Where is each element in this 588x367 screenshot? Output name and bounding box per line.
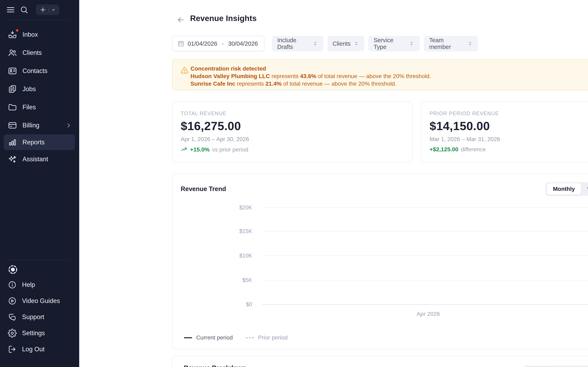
y-axis-tick: $5K: [173, 277, 252, 284]
card-delta: +$2,125.00 difference: [430, 146, 486, 153]
unread-dot: [15, 29, 19, 32]
calendar-icon: [177, 40, 184, 47]
sidebar-item-settings[interactable]: Settings: [0, 325, 79, 341]
card-period: Apr 1, 2026 – Apr 30, 2026: [181, 136, 249, 142]
gridline: [262, 256, 588, 256]
app-root: Inbox Clients Contacts Jobs: [0, 0, 588, 367]
filter-label: Team member: [429, 37, 464, 50]
granularity-toggle: Monthly Weekly Quarterly: [545, 182, 588, 196]
chevron-down-icon[interactable]: [51, 7, 56, 12]
sidebar-item-jobs[interactable]: Jobs: [0, 80, 79, 98]
back-button[interactable]: [176, 15, 186, 25]
chart-legend: Current period Prior period: [184, 334, 288, 341]
sidebar-item-video-guides[interactable]: Video Guides: [0, 293, 79, 309]
billing-icon: [8, 121, 17, 130]
trend-up-icon: [181, 146, 188, 153]
sidebar-item-label: Clients: [22, 49, 42, 57]
sidebar-item-inbox[interactable]: Inbox: [0, 25, 79, 44]
search-icon: [20, 6, 28, 14]
video-guides-icon: [8, 296, 17, 305]
brand-logo-icon[interactable]: [8, 264, 18, 275]
gridline: [262, 207, 588, 208]
x-axis-tick: Apr 2026: [262, 311, 588, 317]
sidebar-item-logout[interactable]: Log Out: [0, 341, 79, 357]
banner-line: Sunrise Cafe Inc represents 21.4% of tot…: [190, 81, 397, 87]
delta-suffix: vs prior period: [212, 146, 248, 153]
prior-period-line-swatch: [246, 337, 254, 338]
hamburger-icon: [6, 5, 15, 15]
sidebar-item-help[interactable]: Help: [0, 277, 79, 293]
settings-icon: [8, 329, 17, 338]
create-new-split-button[interactable]: [36, 4, 59, 15]
tab-monthly[interactable]: Monthly: [547, 183, 581, 195]
legend-label: Current period: [196, 334, 233, 341]
sidebar-item-label: Files: [22, 104, 36, 111]
sidebar-item-label: Inbox: [22, 31, 38, 38]
sidebar-item-assistant[interactable]: Assistant: [0, 150, 79, 168]
jobs-icon: [8, 84, 17, 94]
sidebar-item-billing[interactable]: Billing: [0, 116, 79, 134]
menu-button[interactable]: [5, 4, 16, 15]
unfold-chevrons-icon: [467, 41, 473, 47]
unfold-chevrons-icon: [312, 41, 318, 47]
y-axis-tick: $0: [173, 301, 252, 308]
filter-team-member[interactable]: Team member: [424, 36, 478, 51]
concentration-risk-banner: Concentration risk detected Hudson Valle…: [172, 59, 588, 90]
assistant-icon: [8, 155, 17, 164]
sidebar-item-label: Settings: [22, 329, 45, 337]
sidebar-item-label: Jobs: [22, 85, 36, 93]
sidebar-item-label: Log Out: [22, 346, 44, 353]
filter-label: Service Type: [374, 37, 406, 50]
sidebar-item-label: Contacts: [22, 67, 47, 75]
logout-icon: [8, 345, 17, 354]
filter-service-type[interactable]: Service Type: [368, 36, 420, 51]
baseline-gridline: [262, 304, 588, 305]
sidebar-item-files[interactable]: Files: [0, 98, 79, 116]
delta-value: +$2,125.00: [430, 146, 458, 153]
sidebar-item-label: Support: [22, 313, 44, 321]
card-amount: $16,275.00: [181, 119, 241, 133]
gridline: [262, 231, 588, 231]
sidebar-item-contacts[interactable]: Contacts: [0, 62, 79, 80]
card-label: TOTAL REVENUE: [181, 110, 227, 117]
sidebar-item-label: Reports: [22, 139, 45, 146]
inbox-icon: [8, 30, 17, 39]
card-delta: +15.0% vs prior period: [181, 146, 248, 153]
contacts-icon: [8, 66, 17, 76]
current-period-line-swatch: [184, 337, 192, 338]
search-button[interactable]: [19, 4, 29, 15]
warning-triangle-icon: [181, 66, 189, 75]
breakdown-toggle[interactable]: [524, 366, 588, 367]
unfold-chevrons-icon: [354, 41, 359, 47]
total-revenue-card: TOTAL REVENUE $16,275.00 Apr 1, 2026 – A…: [172, 101, 413, 162]
tab-weekly[interactable]: Weekly: [581, 183, 588, 195]
y-axis-tick: $15K: [173, 228, 252, 234]
filter-label: Include Drafts: [277, 37, 310, 50]
chart-title: Revenue Trend: [181, 185, 226, 193]
back-arrow-icon: [176, 15, 185, 24]
revenue-trend-card: Revenue Trend Monthly Weekly Quarterly $…: [172, 174, 588, 349]
legend-label: Prior period: [258, 334, 288, 341]
sidebar-item-clients[interactable]: Clients: [0, 44, 79, 62]
plus-icon: [39, 6, 47, 13]
sidebar-item-reports[interactable]: Reports: [4, 134, 75, 150]
filter-include-drafts[interactable]: Include Drafts: [272, 36, 323, 51]
date-separator: -: [222, 40, 224, 47]
sidebar-item-support[interactable]: Support: [0, 309, 79, 325]
banner-title: Concentration risk detected: [190, 66, 266, 72]
help-icon: [8, 280, 17, 289]
date-start-value[interactable]: 01/04/2026: [188, 40, 217, 47]
section-title: Revenue Breakdown: [184, 364, 246, 367]
sidebar-footer: Help Video Guides Support Settings: [0, 259, 79, 357]
date-range-input[interactable]: 01/04/2026 - 30/04/2026: [172, 36, 264, 51]
files-icon: [8, 103, 17, 112]
sidebar-item-label: Billing: [22, 122, 39, 129]
card-label: PRIOR PERIOD REVENUE: [430, 110, 499, 117]
main-content: Revenue Insights 01/04/2026 - 30/04/2026…: [79, 0, 588, 367]
card-period: Mar 1, 2026 – Mar 31, 2026: [430, 136, 500, 142]
date-end-value[interactable]: 30/04/2026: [228, 40, 258, 47]
gridline: [262, 280, 588, 280]
prior-period-revenue-card: PRIOR PERIOD REVENUE $14,150.00 Mar 1, 2…: [421, 101, 588, 162]
clients-icon: [8, 48, 17, 58]
filter-clients[interactable]: Clients: [328, 36, 364, 51]
